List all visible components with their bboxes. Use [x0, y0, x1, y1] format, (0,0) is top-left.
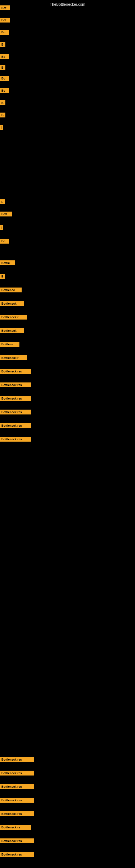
badge-b16: Bottle — [0, 260, 15, 265]
badge-b5: Bo — [0, 54, 9, 59]
badge-b10: B — [0, 113, 5, 118]
badge-b26: Bottleneck res — [0, 396, 31, 401]
badge-b21: Bottleneck — [0, 328, 24, 333]
badge-b34: Bottleneck res — [0, 811, 34, 816]
badge-b20: Bottleneck r — [0, 315, 27, 319]
badge-b33: Bottleneck res — [0, 798, 34, 803]
badge-b31: Bottleneck res — [0, 771, 34, 775]
badge-b13: Bott — [0, 212, 12, 216]
badge-b1: Bot — [0, 5, 10, 10]
badge-b6: B — [0, 65, 5, 70]
badge-b18: Bottlenec — [0, 287, 21, 292]
badge-b17: E — [0, 274, 5, 279]
badge-b37: Bottleneck res — [0, 852, 34, 857]
badge-b29: Bottleneck res — [0, 437, 31, 442]
badge-b7: Bo — [0, 76, 9, 81]
badge-b25: Bottleneck res — [0, 382, 31, 388]
badge-b36: Bottleneck res — [0, 838, 34, 843]
badge-b12: E — [0, 199, 5, 204]
badge-b9: B — [0, 100, 5, 105]
site-title: TheBottlenecker.com — [0, 0, 135, 9]
badge-b27: Bottleneck res — [0, 410, 31, 414]
badge-b19: Bottleneck — [0, 301, 24, 306]
badge-b28: Bottleneck res — [0, 423, 31, 428]
badge-b35: Bottleneck re — [0, 825, 31, 830]
badge-b4: B — [0, 42, 5, 47]
badge-b8: Bo — [0, 88, 9, 93]
badge-b30: Bottleneck res — [0, 757, 34, 762]
badge-b15: Bo — [0, 239, 9, 244]
badge-b22: Bottlene — [0, 342, 19, 347]
badge-b14: | — [0, 225, 3, 230]
badge-b32: Bottleneck res — [0, 784, 34, 789]
badge-b11: | — [0, 125, 3, 130]
badge-b24: Bottleneck res — [0, 369, 31, 374]
badge-b3: Bo — [0, 30, 9, 35]
badge-b23: Bottleneck r — [0, 355, 27, 360]
badge-b2: Bot — [0, 18, 10, 23]
